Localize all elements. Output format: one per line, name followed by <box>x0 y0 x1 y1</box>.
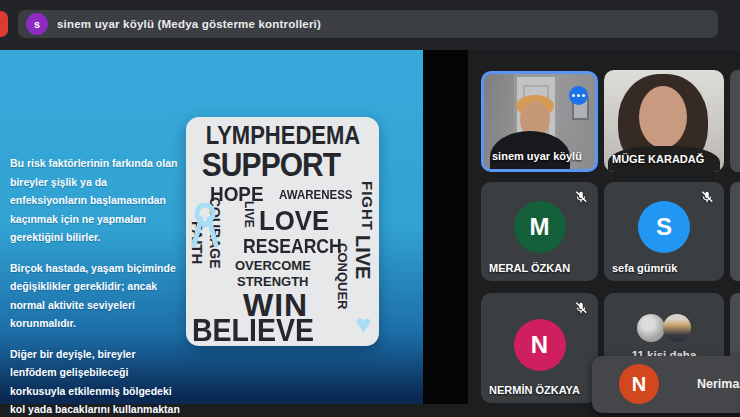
top-bar: s sinem uyar köylü (Medya gösterme kontr… <box>0 0 740 50</box>
word-research: RESEARCH <box>243 236 342 256</box>
slide-paragraph: Birçok hastada, yaşam biçiminde değişikl… <box>10 259 182 333</box>
participant-name: NERMİN ÖZKAYA <box>489 384 580 396</box>
slide-paragraph: Diğer bir deyişle, bireyler lenfödem gel… <box>10 345 182 417</box>
initial-avatar: N <box>619 364 659 404</box>
word-conquer: CONQUER <box>336 243 349 309</box>
mic-off-icon <box>574 190 588 204</box>
word-support: SUPPORT <box>202 147 340 181</box>
screen-share-area: Bu risk faktörlerinin farkında olan bire… <box>0 50 468 404</box>
word-live: LIVE <box>243 201 255 228</box>
word-overcome: OVERCOME <box>235 259 311 272</box>
slide-paragraphs: Bu risk faktörlerinin farkında olan bire… <box>10 154 182 417</box>
participant-name: sinem uyar köylü <box>492 150 582 162</box>
participant-name: sefa gümrük <box>612 262 677 274</box>
presenter-avatar: s <box>26 13 48 35</box>
cropped-tile-column[interactable] <box>730 70 740 172</box>
avatar-tile-meral[interactable]: M MERAL ÖZKAN <box>481 182 598 281</box>
cropped-tile-column[interactable] <box>730 182 740 281</box>
avatar-tile-sefa[interactable]: S sefa gümrük <box>604 182 724 281</box>
participant-name: MERAL ÖZKAN <box>489 262 570 274</box>
mic-off-icon <box>700 190 714 204</box>
initial-avatar: N <box>514 319 566 371</box>
more-options-button[interactable] <box>569 86 588 105</box>
word-believe: BELIEVE <box>192 315 314 346</box>
slide-paragraph: Bu risk faktörlerinin farkında olan bire… <box>10 154 182 247</box>
word-love: LOVE <box>259 207 329 235</box>
overlay-tile-neriman[interactable]: N Neriman <box>592 356 740 413</box>
initial-avatar: M <box>514 201 566 253</box>
participant-name: MÜGE KARADAĞ <box>612 153 704 165</box>
participant-photo-avatar <box>663 314 691 342</box>
presentation-slide: Bu risk faktörlerinin farkında olan bire… <box>0 50 423 404</box>
word-live: LIVE <box>353 235 373 279</box>
awareness-ribbon-icon <box>191 203 219 249</box>
initial-avatar: S <box>638 201 690 253</box>
mic-off-icon <box>574 301 588 315</box>
ellipsis-icon <box>577 94 580 97</box>
word-awareness: AWARENESS <box>279 189 352 202</box>
lymphedema-word-cloud-card: LYMPHEDEMA SUPPORT FIGHT HOPE AWARENESS … <box>186 117 379 346</box>
word-fight: FIGHT <box>360 181 375 231</box>
heart-icon: ♥ <box>356 311 371 337</box>
participant-thumbnails <box>637 314 691 342</box>
avatar-tile-nermin[interactable]: N NERMİN ÖZKAYA <box>481 293 598 403</box>
meet-call-window: s sinem uyar köylü (Medya gösterme kontr… <box>0 0 740 417</box>
participant-photo-avatar <box>637 314 665 342</box>
participant-name: Neriman <box>697 377 740 391</box>
video-tile-sinem[interactable]: sinem uyar köylü <box>481 71 598 172</box>
red-edge-tab <box>0 11 8 37</box>
presenter-banner[interactable]: s sinem uyar köylü (Medya gösterme kontr… <box>18 10 718 38</box>
presenter-banner-label: sinem uyar köylü (Medya gösterme kontrol… <box>57 18 321 30</box>
person-face <box>639 86 687 148</box>
video-tile-muge[interactable]: MÜGE KARADAĞ <box>604 70 724 172</box>
